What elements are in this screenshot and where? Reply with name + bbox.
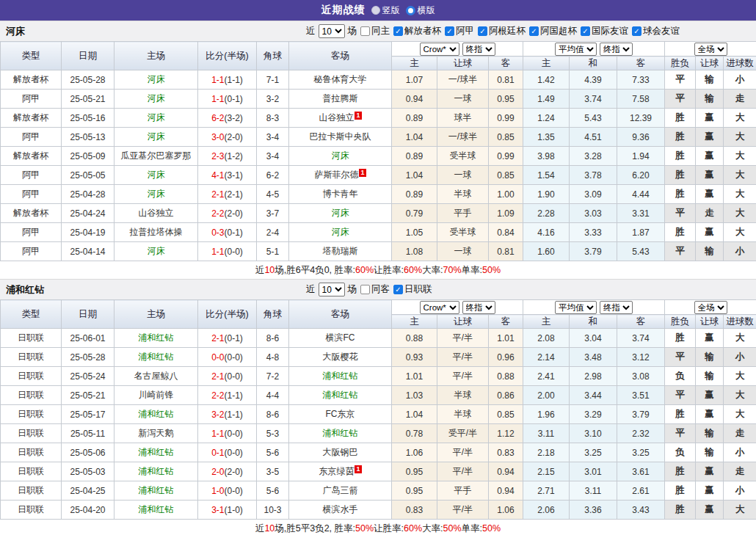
filter-checkbox-阿甲[interactable]: ✓阿甲 xyxy=(445,25,474,37)
corner-cell: 4-8 xyxy=(257,348,289,367)
average-odds-cell: 4.51 xyxy=(570,128,617,147)
recent-prefix-label: 近 xyxy=(306,283,316,296)
away-team-cell: 大阪钢巴 xyxy=(289,443,392,462)
filter-checkbox-球会友谊[interactable]: ✓球会友谊 xyxy=(632,25,680,37)
away-team-name: 浦和红钻 xyxy=(323,390,358,400)
date-cell: 25-05-09 xyxy=(62,147,115,166)
match-row: 日职联25-05-03浦和红钻2-0(2-0)3-5东京绿茵10.95平/半0.… xyxy=(1,462,756,481)
average-odds-cell: 3.79 xyxy=(570,242,617,261)
filter-checkbox-阿国超杯[interactable]: ✓阿国超杯 xyxy=(529,25,577,37)
match-row: 阿甲25-04-14河床1-1(0-0)5-1塔勒瑞斯1.08一球0.811.6… xyxy=(1,242,756,261)
crow-odds-cell: 0.81 xyxy=(489,70,523,90)
average-odds-cell: 3.28 xyxy=(570,147,617,166)
away-team-name: 塔勒瑞斯 xyxy=(323,246,358,256)
checkbox-checked-icon: ✓ xyxy=(581,26,590,36)
halftime-score: (1-1) xyxy=(225,390,243,401)
checkbox-unchecked-icon xyxy=(360,285,370,294)
result-cell: 胜 xyxy=(665,147,696,166)
crow-odds-cell: 0.78 xyxy=(392,424,437,443)
competition-badge: 解放者杯 xyxy=(1,204,62,223)
odds-source-select[interactable]: Crow* xyxy=(420,301,459,314)
home-team-name: 浦和红钻 xyxy=(139,332,174,343)
team-sections-container: 河床近10场同主✓解放者杯✓阿甲✓阿根廷杯✓阿国超杯✓国际友谊✓球会友谊类型日期… xyxy=(0,21,756,535)
odds-source-select[interactable]: 平均值 xyxy=(555,43,597,56)
average-odds-cell: 3.43 xyxy=(617,501,665,520)
away-team-name: 山谷独立 xyxy=(319,112,354,123)
filter-checkbox-同主[interactable]: 同主 xyxy=(360,25,390,37)
vertical-layout-radio[interactable]: 竖版 xyxy=(371,4,400,17)
fulltime-score: 2-1 xyxy=(211,371,224,382)
crow-odds-cell: 0.89 xyxy=(392,185,437,204)
filter-checkbox-日职联[interactable]: ✓日职联 xyxy=(393,283,432,296)
date-cell: 25-05-05 xyxy=(62,166,115,185)
odds-source-select[interactable]: 全场 xyxy=(694,43,727,56)
odds-source-select[interactable]: Crow* xyxy=(420,43,459,56)
fulltime-score: 2-1 xyxy=(211,189,224,200)
date-cell: 25-05-24 xyxy=(62,367,115,386)
odds-source-select[interactable]: 终指 xyxy=(462,43,495,56)
halftime-score: (0-0) xyxy=(225,352,243,363)
checkbox-checked-icon: ✓ xyxy=(529,26,539,36)
result-cell: 大 xyxy=(724,109,756,128)
away-team-cell: 塔勒瑞斯 xyxy=(289,242,392,261)
date-cell: 25-06-01 xyxy=(62,329,115,348)
odds-sub-header: 让球 xyxy=(437,315,489,329)
crow-odds-cell: 半球 xyxy=(437,185,489,204)
result-cell: 胜 xyxy=(665,185,696,204)
crow-odds-cell: 平/半 xyxy=(437,501,489,520)
odds-sub-header: 和 xyxy=(570,315,617,329)
average-odds-cell: 6.20 xyxy=(617,166,665,185)
home-team-name: 浦和红钻 xyxy=(139,352,174,362)
filter-checkbox-解放者杯[interactable]: ✓解放者杯 xyxy=(393,25,441,37)
away-team-name: FC东京 xyxy=(326,409,355,419)
recent-count-select[interactable]: 10 xyxy=(319,24,345,38)
match-row: 阿甲25-05-21河床1-1(0-1)3-2普拉腾斯0.94一球0.951.4… xyxy=(1,90,756,109)
crow-odds-cell: 平/半 xyxy=(437,367,489,386)
away-team-name: 河床 xyxy=(332,227,349,237)
result-cell: 赢 xyxy=(696,223,724,242)
column-header-2: 主场 xyxy=(115,42,198,70)
date-cell: 25-05-17 xyxy=(62,405,115,424)
odds-group-dropdowns: Crow*终指 xyxy=(392,42,523,57)
crow-odds-cell: 1.12 xyxy=(489,424,523,443)
score-cell: 1-0(0-0) xyxy=(198,481,257,501)
home-team-cell: 河床 xyxy=(115,185,198,204)
result-cell: 平 xyxy=(665,386,696,405)
recent-count-select[interactable]: 10 xyxy=(319,283,345,296)
crow-odds-cell: 0.83 xyxy=(489,443,523,462)
halftime-score: (1-0) xyxy=(225,505,243,515)
score-cell: 4-1(3-1) xyxy=(198,166,257,185)
odds-source-select[interactable]: 全场 xyxy=(694,301,727,314)
date-cell: 25-04-19 xyxy=(62,223,115,242)
checkbox-checked-icon: ✓ xyxy=(393,285,403,294)
away-team-cell: 山谷独立1 xyxy=(289,109,392,128)
filter-checkbox-阿根廷杯[interactable]: ✓阿根廷杯 xyxy=(478,25,526,37)
odds-sub-header: 主 xyxy=(392,315,437,329)
filter-checkbox-同客[interactable]: 同客 xyxy=(360,283,390,296)
match-row: 日职联25-04-20浦和红钻3-1(1-0)10-3横滨水手0.83平/半1.… xyxy=(1,501,756,520)
home-team-name: 河床 xyxy=(148,131,165,142)
date-cell: 25-05-21 xyxy=(62,90,115,109)
odds-source-select[interactable]: 平均值 xyxy=(555,301,597,314)
summary-segment: 10 xyxy=(264,265,275,275)
horizontal-layout-radio[interactable]: 横版 xyxy=(406,4,435,17)
team-section: 河床近10场同主✓解放者杯✓阿甲✓阿根廷杯✓阿国超杯✓国际友谊✓球会友谊类型日期… xyxy=(0,21,756,279)
odds-source-select[interactable]: 终指 xyxy=(600,43,633,56)
halftime-score: (1-2) xyxy=(225,151,243,161)
result-cell: 小 xyxy=(724,443,756,462)
result-cell: 大 xyxy=(724,147,756,166)
crow-odds-cell: 一/球半 xyxy=(437,70,489,90)
odds-source-select[interactable]: 终指 xyxy=(462,301,495,314)
away-team-cell: 浦和红钻 xyxy=(289,424,392,443)
crow-odds-cell: 0.81 xyxy=(489,242,523,261)
competition-badge: 日职联 xyxy=(1,462,62,481)
average-odds-cell: 3.11 xyxy=(570,481,617,501)
result-cell: 大 xyxy=(724,223,756,242)
filter-checkbox-国际友谊[interactable]: ✓国际友谊 xyxy=(581,25,628,37)
summary-segment: 近 xyxy=(255,523,265,535)
crow-odds-cell: 0.88 xyxy=(392,329,437,348)
result-cell: 赢 xyxy=(696,501,724,520)
summary-segment: 大率: xyxy=(422,264,443,277)
odds-source-select[interactable]: 终指 xyxy=(600,301,633,314)
match-row: 日职联25-05-17浦和红钻3-2(1-1)8-6FC东京1.04半球0.85… xyxy=(1,405,756,424)
